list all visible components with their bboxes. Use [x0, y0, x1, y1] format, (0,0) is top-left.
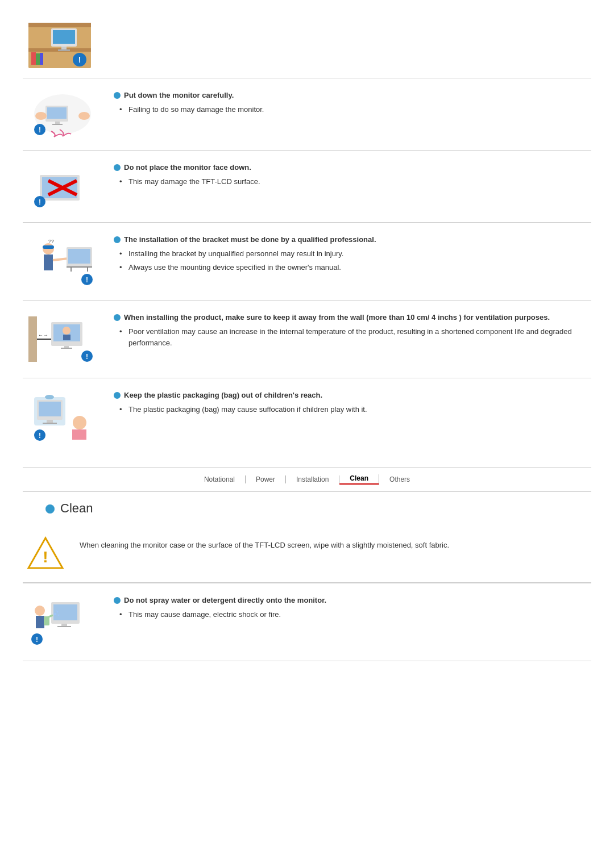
bullet-item: Installing the bracket by unqualified pe…: [119, 248, 591, 260]
blue-dot-icon: [114, 597, 121, 604]
bullet-item: The plastic packaging (bag) may cause su…: [119, 404, 591, 415]
svg-point-72: [58, 615, 60, 616]
svg-text:!: !: [86, 276, 88, 284]
svg-rect-6: [58, 49, 70, 51]
svg-line-30: [53, 258, 68, 260]
section-put-down-img: !: [23, 89, 114, 140]
section-face-down-title: Do not place the monitor face down.: [114, 163, 591, 172]
nav-notational[interactable]: Notational: [194, 475, 246, 483]
section-bracket-bullets: Installing the bracket by unqualified pe…: [114, 248, 591, 273]
svg-rect-65: [57, 626, 71, 627]
clean-title: Clean: [60, 501, 93, 516]
bullet-item: This may cause damage, electric shock or…: [119, 609, 591, 620]
nav-installation[interactable]: Installation: [286, 475, 339, 483]
section-packaging-title: Keep the plastic packaging (bag) out of …: [114, 391, 591, 399]
top-illustration: !: [23, 17, 97, 74]
svg-text:!: !: [36, 636, 38, 644]
svg-rect-16: [52, 124, 63, 125]
section-do-not-spray-title: Do not spray water or detergent directly…: [114, 596, 591, 604]
svg-text:!: !: [39, 198, 41, 206]
svg-rect-64: [61, 624, 67, 626]
blue-dot-icon: [114, 92, 121, 99]
svg-rect-28: [43, 245, 54, 249]
svg-point-18: [78, 112, 90, 120]
svg-rect-7: [31, 52, 36, 65]
svg-text:??: ??: [48, 239, 54, 244]
bullet-item: Poor ventilation may cause an increase i…: [119, 326, 591, 348]
section-packaging-img: !: [23, 389, 114, 445]
svg-rect-39: [28, 316, 37, 362]
svg-text:!: !: [86, 353, 88, 361]
svg-rect-57: [72, 429, 86, 440]
svg-rect-14: [47, 107, 67, 119]
svg-rect-53: [47, 420, 53, 423]
svg-point-66: [35, 606, 45, 616]
svg-text:!: !: [39, 126, 41, 134]
section-do-not-spray-img: !: [23, 594, 114, 650]
svg-text:!: !: [78, 55, 81, 64]
clean-blue-dot-icon: [45, 504, 55, 514]
cleaning-info-row: ! When cleaning the monitor case or the …: [23, 525, 591, 583]
section-face-down-bullets: This may damage the TFT-LCD surface.: [114, 176, 591, 187]
svg-rect-32: [68, 249, 90, 264]
section-ventilation-bullets: Poor ventilation may cause an increase i…: [114, 326, 591, 348]
bullet-item: Failing to do so may damage the monitor.: [119, 104, 591, 115]
svg-point-71: [57, 611, 59, 613]
nav-others[interactable]: Others: [379, 475, 420, 483]
svg-point-17: [35, 112, 47, 120]
safety-sections: ! Put down the monitor carefully. Failin…: [23, 78, 591, 456]
svg-rect-5: [61, 47, 67, 49]
clean-heading: Clean: [23, 501, 591, 516]
section-put-down-text: Put down the monitor carefully. Failing …: [114, 89, 591, 118]
section-do-not-spray-bullets: This may cause damage, electric shock or…: [114, 609, 591, 620]
svg-rect-47: [61, 348, 72, 349]
nav-power[interactable]: Power: [246, 475, 286, 483]
nav-clean[interactable]: Clean: [339, 474, 379, 485]
svg-rect-1: [28, 23, 91, 27]
bullet-item: Always use the mounting device specified…: [119, 262, 591, 273]
section-put-down: ! Put down the monitor carefully. Failin…: [23, 78, 591, 151]
svg-point-44: [63, 327, 70, 335]
section-put-down-title: Put down the monitor carefully.: [114, 91, 591, 99]
section-bracket-title: The installation of the bracket must be …: [114, 235, 591, 244]
section-face-down-text: Do not place the monitor face down. This…: [114, 161, 591, 190]
svg-rect-8: [36, 53, 40, 65]
svg-rect-15: [55, 122, 60, 124]
section-do-not-spray: ! Do not spray water or detergent direct…: [23, 583, 591, 661]
blue-dot-icon: [114, 236, 121, 243]
svg-rect-29: [44, 254, 53, 270]
svg-text:!: !: [39, 432, 41, 440]
section-ventilation-title: When installing the product, make sure t…: [114, 313, 591, 322]
svg-point-56: [73, 416, 86, 429]
blue-dot-icon: [114, 392, 121, 399]
top-image-row: !: [23, 11, 591, 78]
section-bracket: ! ?? The installation of the bracket mus…: [23, 223, 591, 301]
blue-dot-icon: [114, 164, 121, 171]
section-ventilation: ←→ ! When installing the product, make s…: [23, 301, 591, 378]
warning-triangle-img: !: [23, 535, 68, 572]
section-put-down-bullets: Failing to do so may damage the monitor.: [114, 104, 591, 115]
section-packaging-bullets: The plastic packaging (bag) may cause su…: [114, 404, 591, 415]
svg-rect-52: [39, 402, 61, 416]
svg-point-70: [54, 613, 56, 615]
svg-rect-45: [63, 335, 70, 340]
section-face-down-img: !: [23, 161, 114, 212]
section-packaging: ! Keep the plastic packaging (bag) out o…: [23, 378, 591, 456]
section-bracket-text: The installation of the bracket must be …: [114, 233, 591, 275]
blue-dot-icon: [114, 314, 121, 321]
svg-point-55: [45, 395, 54, 399]
svg-rect-54: [43, 423, 57, 424]
svg-text:←→: ←→: [38, 332, 48, 338]
section-ventilation-img: ←→ !: [23, 311, 114, 368]
svg-point-73: [56, 610, 57, 611]
svg-rect-9: [40, 53, 43, 65]
section-face-down: ! Do not place the monitor face down. Th…: [23, 151, 591, 223]
bullet-item: This may damage the TFT-LCD surface.: [119, 176, 591, 187]
svg-rect-4: [53, 30, 75, 44]
svg-text:!: !: [43, 548, 48, 566]
section-bracket-img: ! ??: [23, 233, 114, 290]
svg-rect-46: [64, 346, 69, 348]
section-ventilation-text: When installing the product, make sure t…: [114, 311, 591, 350]
nav-bar: Notational Power Installation Clean Othe…: [23, 467, 591, 492]
svg-rect-67: [36, 616, 44, 628]
